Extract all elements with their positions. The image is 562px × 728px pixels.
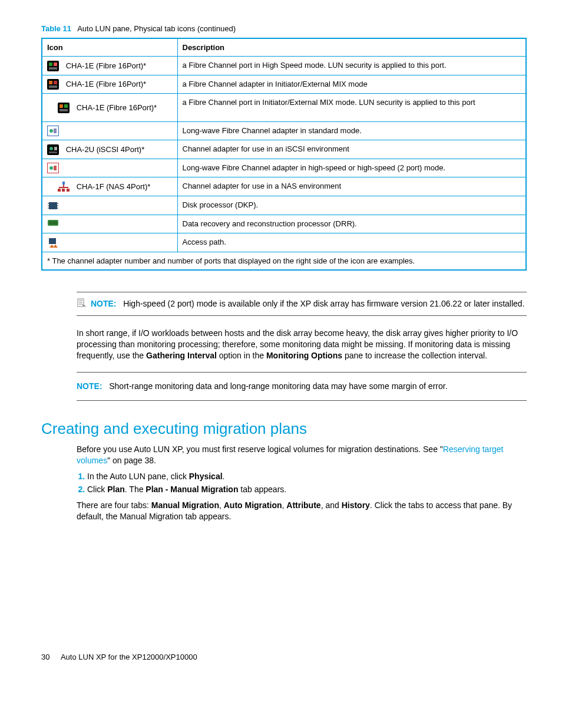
svg-rect-3: [49, 67, 57, 70]
icon-label: CHA-1E (Fibre 16Port)*: [77, 103, 157, 113]
svg-rect-26: [49, 202, 57, 209]
footer-title: Auto LUN XP for the XP12000/XP10000: [61, 653, 197, 661]
svg-rect-23: [58, 189, 61, 192]
page-footer: 30 Auto LUN XP for the XP12000/XP10000: [41, 652, 527, 663]
disk-processor-icon: [47, 200, 59, 211]
svg-point-12: [49, 129, 53, 133]
icon-desc: Access path.: [177, 233, 526, 252]
steps-list: In the Auto LUN pane, click Physical. Cl…: [77, 471, 527, 496]
iscsi-adapter-icon: [47, 144, 59, 155]
icon-desc: a Fibre Channel port in Initiator/Extern…: [177, 94, 526, 122]
icon-table: Icon Description CHA-1E (Fibre 16Port)* …: [41, 38, 527, 271]
svg-rect-13: [54, 129, 57, 133]
icon-label: CHA-1E (Fibre 16Port)*: [66, 61, 147, 71]
longwave-highspeed-icon: [47, 163, 59, 173]
table-label: Table 11: [41, 24, 71, 33]
svg-rect-35: [49, 238, 56, 244]
svg-point-15: [49, 147, 53, 150]
table-row: CHA-1E (Fibre 16Port)* a Fibre Channel p…: [42, 57, 526, 75]
table-row: Access path.: [42, 233, 526, 252]
svg-rect-34: [49, 221, 57, 225]
col-icon: Icon: [42, 38, 177, 57]
table-row: Data recovery and reconstruction process…: [42, 215, 526, 233]
svg-rect-6: [54, 81, 57, 84]
tabs-paragraph: There are four tabs: Manual Migration, A…: [77, 500, 527, 522]
adapter-card-mix-icon: [58, 103, 70, 113]
svg-point-18: [49, 166, 53, 170]
icon-desc: Long-wave Fibre Channel adapter in high-…: [177, 159, 526, 177]
longwave-standard-icon: [47, 126, 59, 136]
col-desc: Description: [177, 38, 526, 57]
svg-rect-24: [62, 189, 65, 192]
svg-rect-9: [59, 104, 63, 108]
icon-label: CHA-2U (iSCSI 4Port)*: [66, 144, 145, 155]
svg-rect-5: [49, 81, 52, 84]
section-heading: Creating and executing migration plans: [41, 419, 527, 439]
adapter-card-orange-icon: [47, 79, 59, 90]
icon-desc: Channel adapter for use in an iSCSI envi…: [177, 140, 526, 159]
note-block: NOTE: High-speed (2 port) mode is availa…: [77, 292, 527, 316]
icon-desc: Long-wave Fibre Channel adapter in stand…: [177, 121, 526, 140]
svg-rect-7: [49, 85, 57, 88]
drr-processor-icon: [47, 219, 59, 229]
body-paragraph: In short range, if I/O workloads between…: [77, 328, 527, 361]
table-row: Long-wave Fibre Channel adapter in high-…: [42, 159, 526, 177]
table-row: CHA-1E (Fibre 16Port)* a Fibre Channel a…: [42, 75, 526, 94]
note-line: NOTE: Short-range monitoring data and lo…: [77, 381, 527, 392]
svg-rect-16: [54, 147, 57, 150]
table-row: CHA-1E (Fibre 16Port)* a Fibre Channel p…: [42, 94, 526, 122]
note-text: High-speed (2 port) mode is available on…: [123, 299, 524, 308]
svg-rect-19: [54, 166, 57, 170]
nas-adapter-icon: [58, 182, 70, 192]
table-caption: Table 11 Auto LUN pane, Physical tab ico…: [41, 24, 527, 34]
note-text: Short-range monitoring data and long-ran…: [109, 381, 447, 391]
table-footnote: * The channel adapter number and number …: [42, 252, 526, 270]
access-path-icon: [47, 238, 59, 248]
svg-rect-11: [59, 109, 68, 111]
svg-rect-2: [54, 62, 57, 66]
icon-desc: a Fibre Channel adapter in Initiator/Ext…: [177, 75, 526, 94]
table-caption-text: Auto LUN pane, Physical tab icons (conti…: [77, 24, 236, 33]
icon-label: CHA-1F (NAS 4Port)*: [77, 182, 151, 192]
adapter-card-green-icon: [47, 61, 59, 71]
table-footnote-row: * The channel adapter number and number …: [42, 252, 526, 270]
icon-desc: Data recovery and reconstruction process…: [177, 215, 526, 233]
icon-label: CHA-1E (Fibre 16Port)*: [66, 79, 147, 90]
icon-desc: Disk processor (DKP).: [177, 196, 526, 215]
note-label: NOTE:: [91, 299, 117, 308]
note-label: NOTE:: [77, 381, 103, 391]
svg-rect-17: [49, 151, 57, 153]
divider: [77, 400, 527, 401]
table-row: Long-wave Fibre Channel adapter in stand…: [42, 121, 526, 140]
page-number: 30: [41, 652, 59, 663]
table-row: CHA-1F (NAS 4Port)* Channel adapter for …: [42, 177, 526, 196]
section-paragraph: Before you use Auto LUN XP, you must fir…: [77, 444, 527, 466]
icon-desc: Channel adapter for use in a NAS environ…: [177, 177, 526, 196]
step-item: Click Plan. The Plan - Manual Migration …: [87, 484, 527, 495]
divider: [77, 372, 527, 373]
svg-rect-1: [49, 62, 52, 66]
table-row: Disk processor (DKP).: [42, 196, 526, 215]
svg-rect-20: [62, 182, 65, 185]
step-item: In the Auto LUN pane, click Physical.: [87, 471, 527, 482]
icon-desc: a Fibre Channel port in High Speed mode.…: [177, 57, 526, 75]
note-icon: [77, 298, 86, 308]
bold-term: Gathering Interval: [146, 351, 217, 360]
svg-rect-25: [67, 189, 70, 192]
bold-term: Monitoring Options: [266, 351, 342, 360]
svg-rect-10: [64, 104, 68, 108]
table-row: CHA-2U (iSCSI 4Port)* Channel adapter fo…: [42, 140, 526, 159]
